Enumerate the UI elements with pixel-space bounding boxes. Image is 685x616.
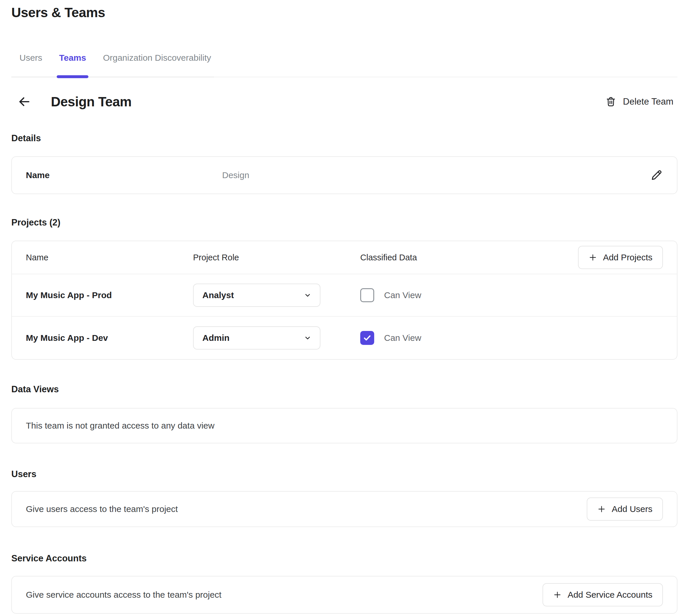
add-users-button[interactable]: Add Users [587, 498, 663, 521]
page-title: Users & Teams [11, 5, 678, 20]
delete-team-button[interactable]: Delete Team [605, 96, 673, 108]
users-card: Give users access to the team's project … [11, 491, 678, 527]
can-view-checkbox[interactable]: Can View [360, 331, 663, 345]
arrow-left-icon [17, 95, 31, 109]
can-view-label: Can View [384, 290, 421, 300]
tab-users-label: Users [20, 53, 42, 63]
details-card: Name Design [11, 156, 678, 194]
add-users-label: Add Users [612, 504, 652, 514]
project-role-select[interactable]: Analyst [193, 284, 320, 307]
users-teams-page: Users & Teams Users Teams Organization D… [0, 0, 685, 614]
tab-teams[interactable]: Teams [59, 53, 86, 77]
tab-list: Users Teams Organization Discoverability [11, 53, 214, 77]
projects-table: Name Project Role Classified Data Add Pr… [11, 241, 678, 360]
project-name: My Music App - Prod [26, 290, 193, 300]
can-view-label: Can View [384, 333, 421, 343]
details-heading: Details [11, 133, 678, 144]
checkbox-box [360, 331, 374, 345]
service-accounts-message: Give service accounts access to the team… [26, 590, 221, 600]
tab-teams-label: Teams [59, 53, 86, 63]
project-row-dev: My Music App - Dev Admin [12, 317, 677, 359]
back-button[interactable] [16, 93, 33, 110]
checkbox-box [360, 288, 374, 302]
users-message: Give users access to the team's project [26, 504, 178, 514]
projects-section: Projects (2) Name Project Role Classifie… [11, 217, 678, 360]
details-section: Details Name Design [11, 133, 678, 194]
data-views-empty-message: This team is not granted access to any d… [26, 421, 215, 431]
service-accounts-card: Give service accounts access to the team… [11, 576, 678, 614]
projects-heading: Projects (2) [11, 217, 678, 228]
project-row-prod: My Music App - Prod Analyst [12, 274, 677, 317]
plus-icon [588, 253, 597, 262]
add-projects-label: Add Projects [603, 252, 652, 262]
name-label: Name [26, 170, 50, 180]
team-header: Design Team Delete Team [11, 93, 678, 110]
delete-team-label: Delete Team [623, 96, 673, 107]
tab-organization-discoverability[interactable]: Organization Discoverability [103, 53, 211, 77]
plus-icon [597, 505, 606, 513]
column-classified-data: Classified Data [360, 253, 578, 262]
team-title: Design Team [51, 94, 131, 110]
chevron-down-icon [303, 291, 312, 299]
service-accounts-section: Service Accounts Give service accounts a… [11, 553, 678, 614]
column-name: Name [26, 253, 193, 262]
edit-name-button[interactable] [649, 168, 664, 183]
plus-icon [553, 590, 562, 599]
data-views-heading: Data Views [11, 384, 678, 395]
name-value: Design [222, 170, 249, 180]
users-section: Users Give users access to the team's pr… [11, 469, 678, 527]
projects-table-header: Name Project Role Classified Data Add Pr… [12, 241, 677, 274]
project-role-value: Analyst [202, 290, 234, 300]
add-service-accounts-button[interactable]: Add Service Accounts [542, 583, 663, 607]
tab-organization-discoverability-label: Organization Discoverability [103, 53, 211, 63]
pencil-icon [650, 169, 663, 182]
tab-bar: Users Teams Organization Discoverability [11, 53, 678, 77]
data-views-card: This team is not granted access to any d… [11, 408, 678, 443]
service-accounts-heading: Service Accounts [11, 553, 678, 564]
project-role-select[interactable]: Admin [193, 326, 320, 350]
can-view-checkbox[interactable]: Can View [360, 288, 663, 302]
check-icon [362, 333, 372, 343]
check-icon [362, 290, 372, 300]
chevron-down-icon [303, 334, 312, 342]
add-projects-button[interactable]: Add Projects [578, 246, 663, 269]
column-project-role: Project Role [193, 253, 360, 262]
project-role-value: Admin [202, 333, 229, 343]
project-name: My Music App - Dev [26, 333, 193, 343]
users-heading: Users [11, 469, 678, 480]
tab-users[interactable]: Users [20, 53, 42, 77]
add-service-accounts-label: Add Service Accounts [568, 590, 652, 600]
data-views-section: Data Views This team is not granted acce… [11, 384, 678, 443]
trash-icon [605, 96, 617, 108]
